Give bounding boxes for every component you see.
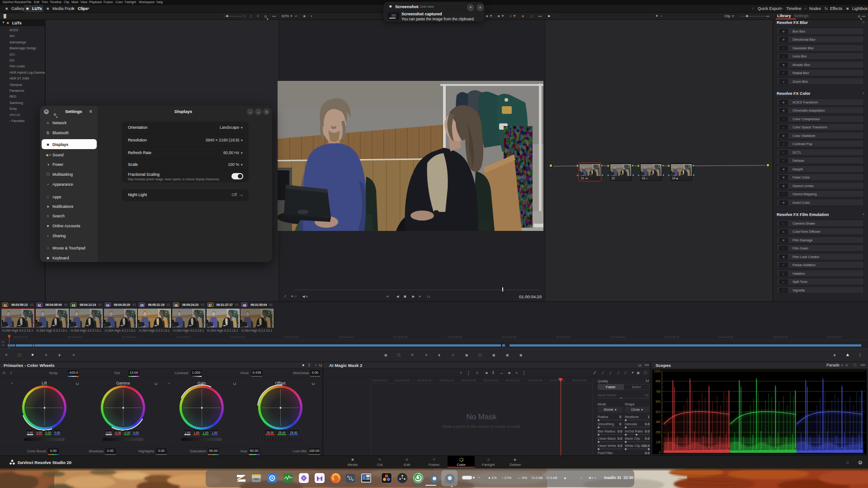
svg-text:0: 0 [659, 451, 660, 454]
svg-text:640: 640 [656, 400, 660, 403]
svg-text:1023: 1023 [654, 370, 661, 373]
svg-text:896: 896 [656, 380, 660, 383]
svg-text:256: 256 [656, 431, 660, 434]
svg-text:128: 128 [656, 441, 660, 444]
svg-text:768: 768 [656, 390, 660, 393]
svg-text:384: 384 [656, 420, 660, 423]
svg-text:512: 512 [656, 410, 660, 413]
